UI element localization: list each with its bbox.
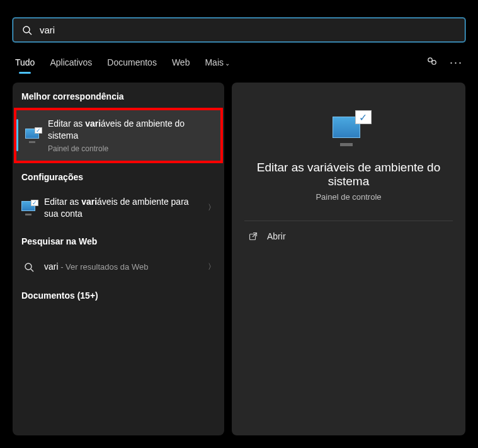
search-input[interactable] bbox=[40, 25, 456, 35]
result-edit-system-env[interactable]: ✓ Editar as variáveis de ambiente do sis… bbox=[16, 110, 220, 161]
preview-panel: ✓ Editar as variáveis de ambiente do sis… bbox=[232, 83, 465, 435]
chevron-down-icon: ⌄ bbox=[225, 60, 230, 67]
section-documents: Documentos (15+) bbox=[13, 282, 224, 307]
action-open-label: Abrir bbox=[267, 231, 286, 241]
result-text: Editar as variáveis de ambiente para sua… bbox=[44, 196, 203, 220]
annotation-highlight: ✓ Editar as variáveis de ambiente do sis… bbox=[14, 108, 223, 163]
results-panel: Melhor correspondência ✓ Editar as variá… bbox=[13, 83, 224, 435]
tab-apps[interactable]: Aplicativos bbox=[50, 54, 92, 71]
monitor-check-icon: ✓ bbox=[25, 129, 40, 142]
result-web-search[interactable]: vari - Ver resultados da Web 〉 bbox=[13, 253, 224, 282]
web-term: vari bbox=[44, 261, 59, 272]
search-window: Tudo Aplicativos Documentos Web Mais⌄ ··… bbox=[0, 18, 478, 448]
monitor-check-icon: ✓ bbox=[331, 113, 367, 144]
t-pre: Editar as bbox=[48, 118, 85, 129]
section-web: Pesquisar na Web bbox=[13, 227, 224, 253]
tab-more-label: Mais bbox=[205, 57, 224, 67]
result-edit-user-env[interactable]: ✓ Editar as variáveis de ambiente para s… bbox=[13, 188, 224, 227]
t-pre: Editar as bbox=[44, 197, 81, 207]
tab-documents[interactable]: Documentos bbox=[107, 54, 157, 71]
tab-all[interactable]: Tudo bbox=[15, 54, 35, 71]
result-text: vari - Ver resultados da Web bbox=[44, 261, 203, 273]
section-settings: Configurações bbox=[13, 163, 224, 188]
action-open[interactable]: Abrir bbox=[244, 221, 453, 251]
tab-web[interactable]: Web bbox=[172, 54, 190, 71]
more-icon[interactable]: ··· bbox=[450, 56, 463, 69]
content-panels: Melhor correspondência ✓ Editar as variá… bbox=[13, 83, 465, 435]
web-suffix: - Ver resultados da Web bbox=[59, 262, 149, 272]
t-bold: vari bbox=[81, 197, 97, 207]
rewards-icon[interactable] bbox=[426, 55, 438, 70]
tab-more[interactable]: Mais⌄ bbox=[205, 54, 230, 71]
t-bold: vari bbox=[85, 118, 101, 129]
open-external-icon bbox=[248, 231, 258, 241]
svg-line-5 bbox=[31, 269, 33, 272]
search-icon bbox=[22, 25, 32, 35]
chevron-right-icon: 〉 bbox=[208, 261, 215, 272]
monitor-check-icon: ✓ bbox=[21, 201, 37, 215]
filter-tabs: Tudo Aplicativos Documentos Web Mais⌄ bbox=[15, 54, 230, 71]
tabs-row: Tudo Aplicativos Documentos Web Mais⌄ ··… bbox=[13, 54, 465, 71]
section-best-match: Melhor correspondência bbox=[13, 83, 224, 108]
svg-line-1 bbox=[29, 32, 31, 35]
preview-title: Editar as variáveis de ambiente do siste… bbox=[244, 161, 453, 188]
preview-subtitle: Painel de controle bbox=[316, 192, 381, 202]
search-icon bbox=[21, 260, 37, 274]
result-subtitle: Painel de controle bbox=[48, 144, 212, 153]
svg-line-7 bbox=[253, 233, 256, 237]
svg-point-4 bbox=[25, 263, 31, 270]
chevron-right-icon: 〉 bbox=[208, 202, 215, 213]
result-text: Editar as variáveis de ambiente do siste… bbox=[48, 118, 212, 153]
svg-point-0 bbox=[23, 26, 30, 33]
search-bar[interactable] bbox=[13, 18, 465, 42]
svg-point-3 bbox=[432, 60, 436, 64]
svg-point-2 bbox=[428, 58, 432, 62]
